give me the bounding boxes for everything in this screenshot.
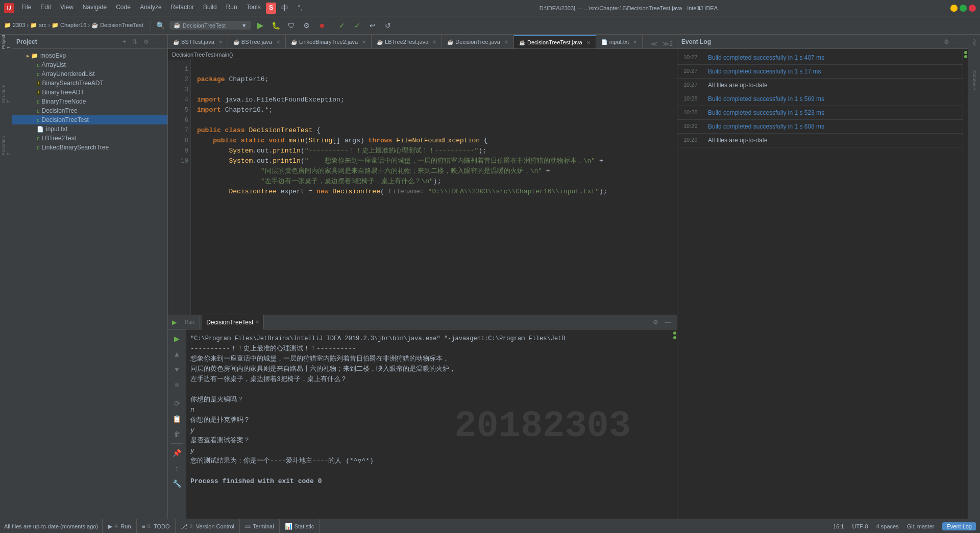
run-scroll-up-btn[interactable]: ▲ — [170, 347, 184, 361]
tab-DecisionTree[interactable]: ☕ DecisionTree.java ✕ — [442, 35, 514, 48]
sidebar-project-icon[interactable]: 1: Project — [1, 37, 11, 47]
tab-close-LBT2[interactable]: ✕ — [362, 39, 366, 45]
run-tab-active[interactable]: DecisionTreeTest ✕ — [202, 315, 264, 329]
run-button[interactable]: ▶ — [253, 18, 267, 33]
tab-scroll-right[interactable]: ≫2 — [660, 39, 675, 48]
menu-refactor[interactable]: Refactor — [167, 3, 198, 14]
run-rerun-btn[interactable]: ⟳ — [170, 396, 184, 411]
tree-item-ArrayUnorderedList[interactable]: c ArrayUnorderedList — [12, 69, 167, 79]
menu-edit[interactable]: Edit — [36, 3, 55, 14]
menu-analyze[interactable]: Analyze — [136, 3, 166, 14]
minimize-button[interactable] — [950, 5, 958, 12]
project-sync-btn[interactable]: ⇅ — [130, 37, 139, 46]
tab-LBT2[interactable]: ☕ LinkedBinaryTree2.java ✕ — [286, 35, 372, 48]
run-config-selector[interactable]: ☕ DecisionTreeTest ▼ — [169, 21, 251, 30]
menu-code[interactable]: Code — [112, 3, 135, 14]
bottom-tab-vcs[interactable]: ⎇ 9: Version Control — [176, 519, 240, 534]
menu-help[interactable]: °, — [293, 3, 307, 14]
tab-scroll-left[interactable]: ≪ — [649, 39, 659, 48]
menu-file[interactable]: File — [17, 3, 35, 14]
sidebar-favorites-icon[interactable]: 2: Favorites — [1, 141, 11, 151]
code-content[interactable]: 1 2 3 4 5 6 7 8 9 10 package Chapter16; … — [168, 60, 677, 315]
git-commit[interactable]: ✓ — [351, 19, 364, 32]
run-settings-btn[interactable]: ⚙ — [651, 318, 660, 327]
git-revert[interactable]: ↺ — [381, 19, 395, 32]
tab-BSTTest[interactable]: ☕ BSTTest.java ✕ — [168, 35, 228, 48]
project-hide-btn[interactable]: — — [153, 37, 163, 46]
vcs-tab-label: Version Control — [196, 523, 234, 529]
tab-close-inputtxt[interactable]: ✕ — [633, 39, 637, 45]
tree-item-mosoExp[interactable]: ▸ 📁 mosoExp — [12, 51, 167, 60]
event-log-hide-btn[interactable]: — — [953, 37, 964, 46]
event-link-0[interactable]: Build completed successfully in 1 s 407 … — [708, 54, 824, 61]
sidebar-structure-icon[interactable]: Z: Structure — [1, 89, 11, 99]
maximize-button[interactable] — [960, 5, 967, 12]
coverage-button[interactable]: 🛡 — [285, 19, 298, 32]
git-history[interactable]: ↩ — [366, 19, 379, 32]
event-link-3[interactable]: Build completed successfully in 1 s 569 … — [708, 95, 824, 103]
tab-close-BSTree[interactable]: ✕ — [276, 39, 280, 45]
run-tab-close[interactable]: ✕ — [255, 319, 259, 325]
run-copy-btn[interactable]: 📋 — [170, 412, 184, 426]
database-label[interactable]: Database — [972, 68, 977, 92]
bottom-tab-terminal[interactable]: ▭ Terminal — [240, 519, 280, 534]
tree-item-LBST[interactable]: c LinkedBinarySearchTree — [12, 143, 167, 152]
tree-item-DecisionTreeTest[interactable]: c DecisionTreeTest — [12, 115, 167, 124]
tree-item-DecisionTree[interactable]: c DecisionTree — [12, 106, 167, 115]
event-link-5[interactable]: Build completed successfully in 1 s 608 … — [708, 123, 824, 130]
bottom-tab-run[interactable]: ▶ 4: Run — [103, 519, 137, 534]
event-link-4[interactable]: Build completed successfully in 1 s 523 … — [708, 109, 824, 116]
tab-close-DecisionTree[interactable]: ✕ — [504, 39, 508, 45]
profile-button[interactable]: ⚙ — [300, 19, 313, 32]
menu-window[interactable]: 中 — [277, 3, 292, 14]
menu-tools[interactable]: Tools — [242, 3, 265, 14]
ant-label[interactable]: Ant — [972, 37, 977, 48]
event-log-settings-btn[interactable]: ⚙ — [942, 37, 951, 46]
menu-view[interactable]: View — [56, 3, 78, 14]
tab-BSTree[interactable]: ☕ BSTree.java ✕ — [228, 35, 286, 48]
run-scroll-btn[interactable]: ↕ — [170, 461, 184, 475]
run-pin-btn[interactable]: 📌 — [170, 446, 184, 460]
tree-item-inputtxt[interactable]: 📄 input.txt — [12, 124, 167, 134]
run-stop-btn[interactable]: ■ — [170, 377, 184, 392]
tree-item-BinarySearchTreeADT[interactable]: I BinarySearchTreeADT — [12, 79, 167, 88]
tree-item-LBTree2Test[interactable]: c LBTree2Test — [12, 134, 167, 143]
tab-inputtxt[interactable]: 📄 input.txt ✕ — [596, 35, 643, 48]
run-play-btn[interactable]: ▶ — [170, 332, 184, 346]
bottom-tab-statistic[interactable]: 📊 Statistic — [280, 519, 320, 534]
menu-navigate[interactable]: Navigate — [79, 3, 111, 14]
menu-run[interactable]: Run — [222, 3, 241, 14]
git-update[interactable]: ✓ — [335, 19, 349, 32]
tab-DecisionTreeTest[interactable]: ☕ DecisionTreeTest.java ✕ — [514, 35, 596, 48]
event-log-btn[interactable]: Event Log — [942, 522, 976, 530]
project-path: 📁 2303 › 📁 src › 📁 Chapter16 › ☕ Decisio… — [4, 22, 143, 29]
indent-label[interactable]: 4 spaces — [876, 523, 899, 529]
menu-git[interactable]: S — [266, 3, 277, 14]
cursor-position[interactable]: 16:1 — [833, 523, 844, 529]
project-add-btn[interactable]: + — [120, 37, 128, 46]
run-output[interactable]: "C:\Program Files\JetBrains\IntelliJ IDE… — [186, 329, 672, 519]
tab-close-LBT2Test[interactable]: ✕ — [432, 39, 436, 45]
debug-button[interactable]: 🐛 — [270, 19, 283, 32]
vcs-branch[interactable]: Git: master — [907, 523, 935, 529]
stop-button[interactable]: ■ — [315, 19, 329, 32]
tree-item-BinaryTreeNode[interactable]: c BinaryTreeNode — [12, 97, 167, 106]
back-button[interactable]: 🔍 — [154, 19, 167, 32]
tab-close-DecisionTreeTest[interactable]: ✕ — [586, 40, 591, 45]
code-text-area[interactable]: package Chapter16; import java.io.FileNo… — [191, 60, 677, 315]
project-settings-btn[interactable]: ⚙ — [141, 37, 151, 46]
run-filter-btn[interactable]: 🔧 — [170, 476, 184, 491]
tree-item-ArrayList[interactable]: c ArrayList — [12, 60, 167, 69]
event-link-1[interactable]: Build completed successfully in 1 s 17 m… — [708, 68, 821, 75]
bottom-tab-todo[interactable]: ≡ 6: TODO — [137, 519, 176, 534]
run-trash-btn[interactable]: 🗑 — [170, 427, 184, 441]
status-message[interactable]: All files are up-to-date (moments ago) — [0, 519, 103, 534]
run-scroll-down-btn[interactable]: ▼ — [170, 362, 184, 376]
line-endings[interactable]: UTF-8 — [852, 523, 868, 529]
tree-item-BinaryTreeADT[interactable]: I BinaryTreeADT — [12, 88, 167, 97]
run-hide-btn[interactable]: — — [663, 318, 673, 327]
tab-close-BSTTest[interactable]: ✕ — [218, 39, 223, 45]
close-button[interactable] — [969, 5, 976, 12]
tab-LBT2Test[interactable]: ☕ LBTree2Test.java ✕ — [372, 35, 442, 48]
menu-build[interactable]: Build — [199, 3, 221, 14]
